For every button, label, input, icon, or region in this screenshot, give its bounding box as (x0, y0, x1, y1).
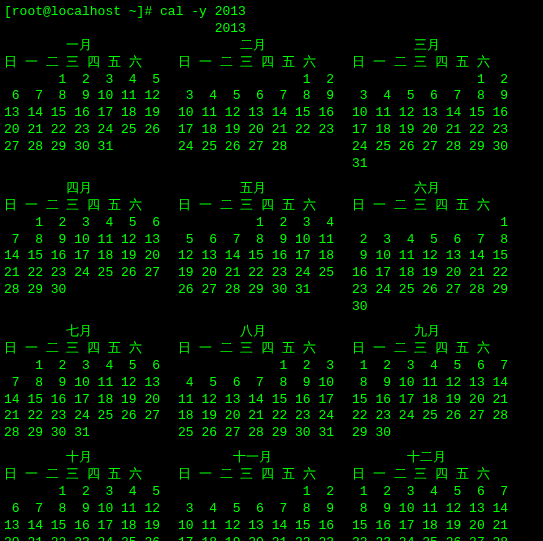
week-row: 21 22 23 24 25 26 27 (4, 265, 160, 282)
week-row: 1 2 3 4 5 (4, 72, 160, 89)
calendar-row: 七月日 一 二 三 四 五 六 1 2 3 4 5 6 7 8 9 10 11 … (4, 324, 539, 442)
week-row: 2 3 4 5 6 7 8 (352, 232, 508, 249)
week-row: 5 6 7 8 9 10 11 (178, 232, 334, 249)
week-row: 14 15 16 17 18 19 20 (4, 248, 160, 265)
month-block: 七月日 一 二 三 四 五 六 1 2 3 4 5 6 7 8 9 10 11 … (4, 324, 160, 442)
week-row: 17 18 19 20 21 22 23 (178, 122, 334, 139)
month-block: 六月日 一 二 三 四 五 六 1 2 3 4 5 6 7 8 9 10 11 … (352, 181, 508, 316)
calendar-row: 十月日 一 二 三 四 五 六 1 2 3 4 5 6 7 8 9 10 11 … (4, 450, 539, 541)
week-row: 12 13 14 15 16 17 18 (178, 248, 334, 265)
week-row: 1 (352, 215, 508, 232)
week-row: 7 8 9 10 11 12 13 (4, 375, 160, 392)
month-block: 九月日 一 二 三 四 五 六 1 2 3 4 5 6 7 8 9 10 11 … (352, 324, 508, 442)
week-row: 25 26 27 28 29 30 31 (178, 425, 334, 442)
month-title: 五月 (178, 181, 334, 198)
month-block: 十月日 一 二 三 四 五 六 1 2 3 4 5 6 7 8 9 10 11 … (4, 450, 160, 541)
week-row: 8 9 10 11 12 13 14 (352, 375, 508, 392)
month-title: 十二月 (352, 450, 508, 467)
week-row: 28 29 30 (4, 282, 160, 299)
weekdays-header: 日 一 二 三 四 五 六 (352, 467, 508, 484)
weekdays-header: 日 一 二 三 四 五 六 (178, 467, 334, 484)
weekdays-header: 日 一 二 三 四 五 六 (352, 198, 508, 215)
week-row: 6 7 8 9 10 11 12 (4, 501, 160, 518)
month-block: 十一月日 一 二 三 四 五 六 1 2 3 4 5 6 7 8 910 11 … (178, 450, 334, 541)
weekdays-header: 日 一 二 三 四 五 六 (352, 55, 508, 72)
month-block: 十二月日 一 二 三 四 五 六 1 2 3 4 5 6 7 8 9 10 11… (352, 450, 508, 541)
week-row: 31 (352, 156, 508, 173)
week-row: 20 21 22 23 24 25 26 (4, 122, 160, 139)
month-title: 二月 (178, 38, 334, 55)
week-row: 9 10 11 12 13 14 15 (352, 248, 508, 265)
week-row: 1 2 3 4 5 6 (4, 215, 160, 232)
week-row: 23 24 25 26 27 28 29 (352, 282, 508, 299)
week-row: 24 25 26 27 28 (178, 139, 334, 156)
month-title: 一月 (4, 38, 160, 55)
week-row: 1 2 3 (178, 358, 334, 375)
weekdays-header: 日 一 二 三 四 五 六 (4, 198, 160, 215)
week-row: 24 25 26 27 28 29 30 (352, 139, 508, 156)
week-row: 3 4 5 6 7 8 9 (178, 501, 334, 518)
week-row: 11 12 13 14 15 16 17 (178, 392, 334, 409)
month-title: 六月 (352, 181, 508, 198)
week-row: 15 16 17 18 19 20 21 (352, 518, 508, 535)
week-row: 17 18 19 20 21 22 23 (178, 535, 334, 541)
week-row: 1 2 3 4 5 (4, 484, 160, 501)
calendar-row: 一月日 一 二 三 四 五 六 1 2 3 4 5 6 7 8 9 10 11 … (4, 38, 539, 173)
week-row: 22 23 24 25 26 27 28 (352, 535, 508, 541)
month-block: 三月日 一 二 三 四 五 六 1 2 3 4 5 6 7 8 910 11 1… (352, 38, 508, 173)
month-title: 四月 (4, 181, 160, 198)
week-row: 3 4 5 6 7 8 9 (178, 88, 334, 105)
month-title: 九月 (352, 324, 508, 341)
week-row: 28 29 30 31 (4, 425, 160, 442)
month-block: 四月日 一 二 三 四 五 六 1 2 3 4 5 6 7 8 9 10 11 … (4, 181, 160, 316)
week-row: 10 11 12 13 14 15 16 (178, 518, 334, 535)
week-row: 29 30 (352, 425, 508, 442)
weekdays-header: 日 一 二 三 四 五 六 (352, 341, 508, 358)
weekdays-header: 日 一 二 三 四 五 六 (4, 55, 160, 72)
month-block: 八月日 一 二 三 四 五 六 1 2 3 4 5 6 7 8 9 1011 1… (178, 324, 334, 442)
week-row: 15 16 17 18 19 20 21 (352, 392, 508, 409)
week-row: 1 2 3 4 5 6 (4, 358, 160, 375)
week-row: 26 27 28 29 30 31 (178, 282, 334, 299)
week-row: 10 11 12 13 14 15 16 (352, 105, 508, 122)
week-row: 1 2 (352, 72, 508, 89)
month-title: 十一月 (178, 450, 334, 467)
week-row: 13 14 15 16 17 18 19 (4, 518, 160, 535)
week-row: 30 (352, 299, 508, 316)
week-row: 19 20 21 22 23 24 25 (178, 265, 334, 282)
week-row: 21 22 23 24 25 26 27 (4, 408, 160, 425)
week-row: 1 2 3 4 5 6 7 (352, 358, 508, 375)
week-row: 27 28 29 30 31 (4, 139, 160, 156)
year-title: 2013 (4, 21, 539, 38)
week-row: 8 9 10 11 12 13 14 (352, 501, 508, 518)
weekdays-header: 日 一 二 三 四 五 六 (178, 55, 334, 72)
month-block: 一月日 一 二 三 四 五 六 1 2 3 4 5 6 7 8 9 10 11 … (4, 38, 160, 173)
month-title: 十月 (4, 450, 160, 467)
week-row: 1 2 (178, 72, 334, 89)
week-row: 14 15 16 17 18 19 20 (4, 392, 160, 409)
calendar-output: 一月日 一 二 三 四 五 六 1 2 3 4 5 6 7 8 9 10 11 … (4, 38, 539, 541)
week-row: 20 21 22 23 24 25 26 (4, 535, 160, 541)
weekdays-header: 日 一 二 三 四 五 六 (178, 341, 334, 358)
week-row: 18 19 20 21 22 23 24 (178, 408, 334, 425)
week-row: 1 2 3 4 (178, 215, 334, 232)
week-row: 10 11 12 13 14 15 16 (178, 105, 334, 122)
weekdays-header: 日 一 二 三 四 五 六 (4, 467, 160, 484)
week-row: 4 5 6 7 8 9 10 (178, 375, 334, 392)
month-title: 三月 (352, 38, 508, 55)
week-row: 7 8 9 10 11 12 13 (4, 232, 160, 249)
month-block: 二月日 一 二 三 四 五 六 1 2 3 4 5 6 7 8 910 11 1… (178, 38, 334, 173)
month-title: 七月 (4, 324, 160, 341)
weekdays-header: 日 一 二 三 四 五 六 (178, 198, 334, 215)
week-row: 3 4 5 6 7 8 9 (352, 88, 508, 105)
week-row: 1 2 3 4 5 6 7 (352, 484, 508, 501)
weekdays-header: 日 一 二 三 四 五 六 (4, 341, 160, 358)
week-row: 6 7 8 9 10 11 12 (4, 88, 160, 105)
week-row: 17 18 19 20 21 22 23 (352, 122, 508, 139)
week-row: 16 17 18 19 20 21 22 (352, 265, 508, 282)
week-row: 1 2 (178, 484, 334, 501)
prompt-line: [root@localhost ~]# cal -y 2013 (4, 4, 539, 21)
month-title: 八月 (178, 324, 334, 341)
calendar-row: 四月日 一 二 三 四 五 六 1 2 3 4 5 6 7 8 9 10 11 … (4, 181, 539, 316)
week-row: 22 23 24 25 26 27 28 (352, 408, 508, 425)
